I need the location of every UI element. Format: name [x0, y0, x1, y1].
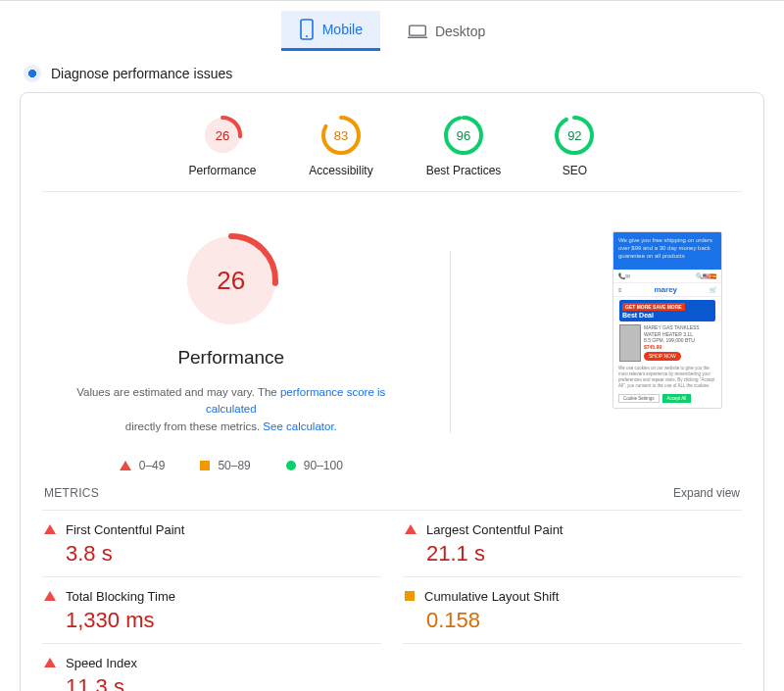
performance-block: 26 Performance Values are estimated and …	[42, 192, 742, 476]
gauge-seo[interactable]: 92 SEO	[554, 115, 595, 177]
metric-cls[interactable]: Cumulative Layout Shift 0.158	[403, 577, 742, 644]
expand-view-link[interactable]: Expand view	[673, 486, 740, 500]
metrics-grid: First Contentful Paint 3.8 s Largest Con…	[42, 511, 742, 691]
metric-cls-value: 0.158	[426, 608, 740, 633]
metric-tbt[interactable]: Total Blocking Time 1,330 ms	[42, 577, 381, 644]
gauge-best-practices-donut: 96	[443, 115, 484, 156]
performance-big-donut: 26	[182, 231, 280, 329]
preview-heater-image	[619, 324, 641, 362]
perf-calc-link[interactable]: See calculator.	[263, 420, 336, 432]
metrics-label: METRICS	[44, 486, 99, 500]
gauge-best-practices-score: 96	[443, 115, 484, 156]
gauge-performance-score: 26	[202, 115, 243, 156]
metric-fcp-value: 3.8 s	[66, 541, 379, 567]
gauge-seo-donut: 92	[554, 115, 595, 156]
gauge-accessibility[interactable]: 83 Accessibility	[309, 115, 372, 177]
legend-poor: 0–49	[120, 459, 166, 472]
triangle-icon	[44, 658, 56, 667]
metric-fcp[interactable]: First Contentful Paint 3.8 s	[42, 511, 381, 577]
desktop-icon	[408, 24, 427, 39]
metrics-header: METRICS Expand view	[42, 476, 742, 511]
svg-point-1	[306, 35, 308, 37]
gauge-accessibility-donut: 83	[320, 115, 362, 156]
triangle-icon	[405, 524, 416, 534]
gauge-best-practices-label: Best Practices	[426, 164, 502, 177]
gauge-row: 26 Performance 83 Accessibility 96 Best …	[42, 111, 742, 192]
section-title: Diagnose performance issues	[51, 66, 232, 81]
device-tabs: Mobile Desktop	[0, 0, 784, 51]
target-icon	[24, 65, 41, 82]
metric-lcp-value: 21.1 s	[426, 541, 740, 567]
phone-preview: We give you free shipping on orders over…	[612, 231, 722, 409]
performance-big-score: 26	[182, 231, 280, 329]
mobile-icon	[299, 19, 315, 40]
metric-tbt-value: 1,330 ms	[66, 608, 379, 633]
svg-rect-2	[410, 25, 426, 35]
triangle-icon	[44, 591, 56, 601]
preview-cookie-text: We use cookies on our website to give yo…	[613, 362, 721, 392]
gauge-seo-score: 92	[554, 115, 595, 156]
performance-note: Values are estimated and may vary. The p…	[52, 384, 411, 435]
square-icon	[200, 461, 210, 470]
preview-deal: GET MORE SAVE MOREBest Deal	[619, 300, 715, 321]
gauge-performance-donut: 26	[202, 115, 243, 156]
gauge-accessibility-label: Accessibility	[309, 164, 372, 177]
tab-desktop[interactable]: Desktop	[390, 11, 503, 51]
tab-mobile[interactable]: Mobile	[281, 11, 380, 51]
gauge-performance-label: Performance	[189, 164, 257, 177]
preview-banner: We give you free shipping on orders over…	[613, 232, 721, 270]
section-header: Diagnose performance issues	[0, 51, 784, 92]
legend-mid: 50–89	[200, 459, 250, 472]
triangle-icon	[120, 461, 131, 470]
performance-title: Performance	[177, 347, 284, 369]
legend-good: 90–100	[286, 459, 343, 472]
metric-lcp[interactable]: Largest Contentful Paint 21.1 s	[403, 511, 742, 577]
preview-topbar: ≡marey🛒	[613, 283, 721, 297]
preview-product: MAREY GAS TANKLESS WATER HEATER 3.1L 8.5…	[619, 324, 715, 362]
gauge-seo-label: SEO	[563, 164, 587, 177]
page-preview: We give you free shipping on orders over…	[612, 231, 722, 409]
metric-si-value: 11.3 s	[66, 674, 379, 691]
gauge-performance[interactable]: 26 Performance	[189, 115, 257, 177]
performance-main: 26 Performance Values are estimated and …	[42, 231, 420, 472]
metric-si[interactable]: Speed Index 11.3 s	[42, 644, 381, 691]
square-icon	[405, 591, 415, 601]
gauge-accessibility-score: 83	[320, 115, 362, 156]
circle-icon	[286, 461, 296, 470]
lighthouse-card: 26 Performance 83 Accessibility 96 Best …	[20, 92, 764, 691]
vertical-divider	[450, 251, 451, 433]
preview-cookie-btns: Cookie Settings Accept All	[613, 392, 721, 408]
triangle-icon	[44, 524, 56, 534]
tab-desktop-label: Desktop	[435, 24, 485, 39]
score-legend: 0–49 50–89 90–100	[120, 459, 343, 472]
gauge-best-practices[interactable]: 96 Best Practices	[426, 115, 502, 177]
tab-mobile-label: Mobile	[322, 22, 363, 37]
